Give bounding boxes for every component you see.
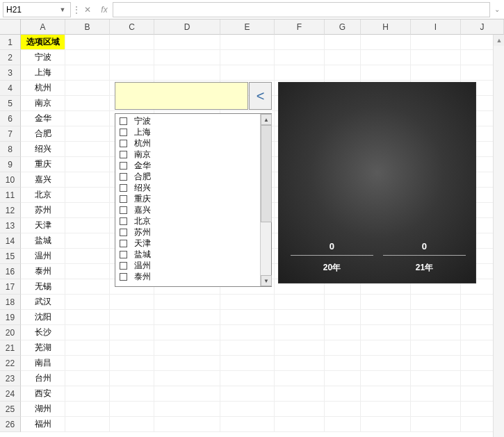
col-header-I[interactable]: I [411,19,461,35]
checkbox[interactable] [120,162,127,170]
checkbox[interactable] [120,151,127,158]
cell[interactable] [110,371,154,386]
cell[interactable] [65,325,110,340]
cell[interactable] [411,310,461,325]
cell[interactable]: 宁波 [21,50,65,65]
row-header-4[interactable]: 4 [0,81,21,96]
cell[interactable] [220,310,275,325]
col-header-G[interactable]: G [325,19,361,35]
cell[interactable] [65,81,110,96]
cell[interactable] [65,188,110,203]
cell[interactable] [275,402,325,417]
row-header-2[interactable]: 2 [0,50,21,65]
cell[interactable]: 杭州 [21,81,65,96]
cell[interactable] [65,310,110,325]
cell[interactable] [220,65,275,81]
cell[interactable] [361,65,411,81]
cell[interactable] [275,325,325,340]
list-item[interactable]: 北京 [120,215,260,226]
cell[interactable] [220,371,275,386]
cell[interactable] [325,386,361,402]
row-header-23[interactable]: 23 [0,371,21,386]
cell[interactable] [275,386,325,402]
select-all-corner[interactable] [0,19,21,35]
checkbox[interactable] [120,184,127,192]
row-header-25[interactable]: 25 [0,402,21,417]
cell[interactable]: 芜湖 [21,340,65,356]
cell[interactable] [110,417,154,432]
cell[interactable]: 长沙 [21,325,65,340]
cell[interactable] [275,35,325,50]
cell[interactable] [65,279,110,295]
row-header-19[interactable]: 19 [0,310,21,325]
cell[interactable] [325,325,361,340]
cell[interactable] [411,50,461,65]
cell[interactable] [154,371,220,386]
cell[interactable] [154,310,220,325]
row-header-24[interactable]: 24 [0,386,21,402]
checkbox[interactable] [120,129,127,136]
list-item[interactable]: 合肥 [120,171,260,182]
cell[interactable] [154,417,220,432]
cell[interactable] [65,233,110,249]
cell[interactable] [154,340,220,356]
cell[interactable] [65,417,110,432]
cell[interactable]: 福州 [21,417,65,432]
cell[interactable] [65,203,110,218]
checkbox[interactable] [120,173,127,181]
row-header-12[interactable]: 12 [0,203,21,218]
cell[interactable] [275,417,325,432]
col-header-E[interactable]: E [220,19,275,35]
checkbox[interactable] [120,240,127,247]
cell[interactable] [110,325,154,340]
cell[interactable] [411,65,461,81]
cell[interactable]: 绍兴 [21,142,65,157]
cell[interactable] [154,325,220,340]
cell[interactable] [361,417,411,432]
checkbox[interactable] [120,117,127,125]
cell[interactable] [411,417,461,432]
row-header-8[interactable]: 8 [0,142,21,157]
row-header-14[interactable]: 14 [0,233,21,249]
cell[interactable] [361,340,411,356]
cell[interactable] [325,356,361,371]
cell[interactable]: 泰州 [21,264,65,279]
formula-input[interactable] [113,2,490,17]
cell[interactable] [220,325,275,340]
cell[interactable] [275,340,325,356]
cell[interactable]: 盐城 [21,233,65,249]
cell[interactable] [220,402,275,417]
cell[interactable] [325,310,361,325]
cell[interactable]: 温州 [21,249,65,264]
cell[interactable] [361,35,411,50]
checkbox[interactable] [120,251,127,258]
cell[interactable] [65,126,110,142]
cell[interactable]: 湖州 [21,402,65,417]
cell[interactable] [65,111,110,126]
cell[interactable] [361,402,411,417]
checkbox[interactable] [120,217,127,225]
row-header-17[interactable]: 17 [0,279,21,295]
cell[interactable] [65,50,110,65]
cell[interactable] [325,65,361,81]
col-header-B[interactable]: B [65,19,110,35]
cell[interactable]: 选项区域 [21,35,65,50]
cell[interactable] [361,310,411,325]
cell[interactable]: 上海 [21,65,65,81]
fx-button[interactable]: fx [96,2,113,17]
cell[interactable] [65,356,110,371]
checkbox[interactable] [120,273,127,281]
row-header-11[interactable]: 11 [0,188,21,203]
row-header-10[interactable]: 10 [0,172,21,188]
cell[interactable] [411,35,461,50]
col-header-D[interactable]: D [154,19,220,35]
cell[interactable] [65,295,110,310]
cell[interactable] [220,35,275,50]
cell[interactable] [275,310,325,325]
cell[interactable] [411,356,461,371]
cell[interactable] [411,295,461,310]
city-listbox[interactable]: 宁波上海杭州南京金华合肥绍兴重庆嘉兴北京苏州天津盐城温州泰州 ▲ ▼ [115,113,272,287]
list-item[interactable]: 南京 [120,149,260,160]
cell[interactable] [325,371,361,386]
cell[interactable] [65,218,110,233]
